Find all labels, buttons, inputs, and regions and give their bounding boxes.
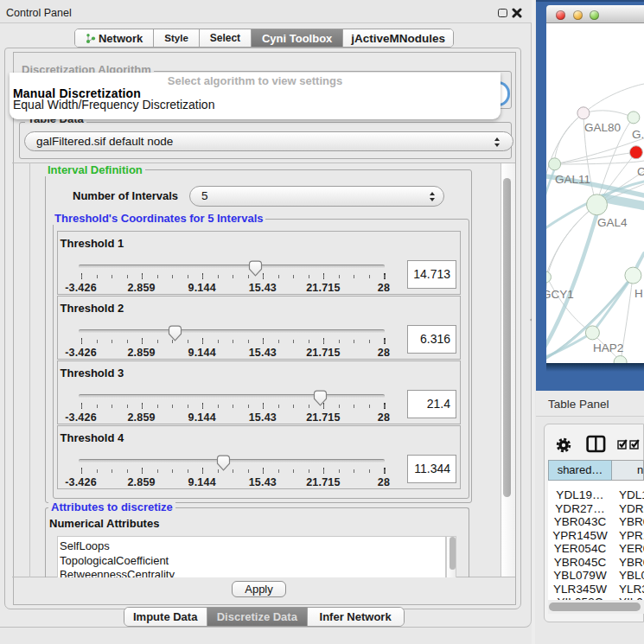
svg-text:GAL4: GAL4	[597, 216, 628, 229]
svg-text:GCY1: GCY1	[546, 288, 574, 301]
svg-text:H: H	[634, 287, 643, 300]
svg-text:C: C	[637, 165, 644, 178]
svg-text:GAL11: GAL11	[555, 173, 590, 186]
svg-text:HAP2: HAP2	[593, 341, 623, 354]
svg-text:GAL80: GAL80	[584, 121, 621, 134]
svg-text:G.: G.	[632, 128, 644, 141]
